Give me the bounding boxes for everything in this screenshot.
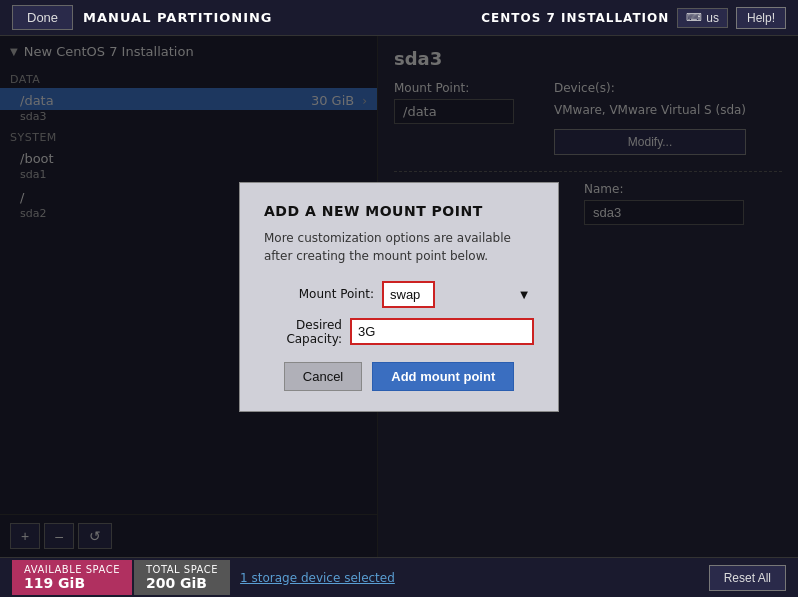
done-button[interactable]: Done xyxy=(12,5,73,30)
keyboard-button[interactable]: ⌨ us xyxy=(677,8,728,28)
header: Done MANUAL PARTITIONING CENTOS 7 INSTAL… xyxy=(0,0,798,36)
modal-overlay: ADD A NEW MOUNT POINT More customization… xyxy=(0,36,798,557)
modal-title: ADD A NEW MOUNT POINT xyxy=(264,203,534,219)
help-button[interactable]: Help! xyxy=(736,7,786,29)
bottom-bar: AVAILABLE SPACE 119 GiB TOTAL SPACE 200 … xyxy=(0,557,798,597)
cancel-button[interactable]: Cancel xyxy=(284,362,362,391)
reset-all-button[interactable]: Reset All xyxy=(709,565,786,591)
add-mount-point-modal: ADD A NEW MOUNT POINT More customization… xyxy=(239,182,559,412)
modal-description: More customization options are available… xyxy=(264,229,534,265)
modal-capacity-input[interactable] xyxy=(350,318,534,345)
modal-mount-point-wrapper: swap / /boot /home /var /tmp xyxy=(382,281,534,308)
total-value: 200 GiB xyxy=(146,575,218,591)
modal-mount-point-row: Mount Point: swap / /boot /home /var /tm… xyxy=(264,281,534,308)
available-value: 119 GiB xyxy=(24,575,120,591)
storage-device-link[interactable]: 1 storage device selected xyxy=(240,571,395,585)
available-label: AVAILABLE SPACE xyxy=(24,564,120,575)
header-right: CENTOS 7 INSTALLATION ⌨ us Help! xyxy=(481,7,786,29)
app-title: MANUAL PARTITIONING xyxy=(83,10,272,25)
modal-capacity-label: Desired Capacity: xyxy=(264,318,342,346)
available-space-box: AVAILABLE SPACE 119 GiB xyxy=(12,560,132,595)
keyboard-icon: ⌨ xyxy=(686,11,702,24)
add-mount-point-button[interactable]: Add mount point xyxy=(372,362,514,391)
total-space-box: TOTAL SPACE 200 GiB xyxy=(134,560,230,595)
space-info: AVAILABLE SPACE 119 GiB TOTAL SPACE 200 … xyxy=(12,560,230,595)
modal-buttons: Cancel Add mount point xyxy=(264,362,534,391)
total-label: TOTAL SPACE xyxy=(146,564,218,575)
keyboard-lang: us xyxy=(706,11,719,25)
centos-label: CENTOS 7 INSTALLATION xyxy=(481,11,669,25)
modal-capacity-row: Desired Capacity: xyxy=(264,318,534,346)
right-panel: sda3 Mount Point: /data Device(s): VMwar… xyxy=(378,36,798,557)
modal-mount-point-label: Mount Point: xyxy=(264,287,374,301)
modal-mount-point-select[interactable]: swap / /boot /home /var /tmp xyxy=(382,281,435,308)
